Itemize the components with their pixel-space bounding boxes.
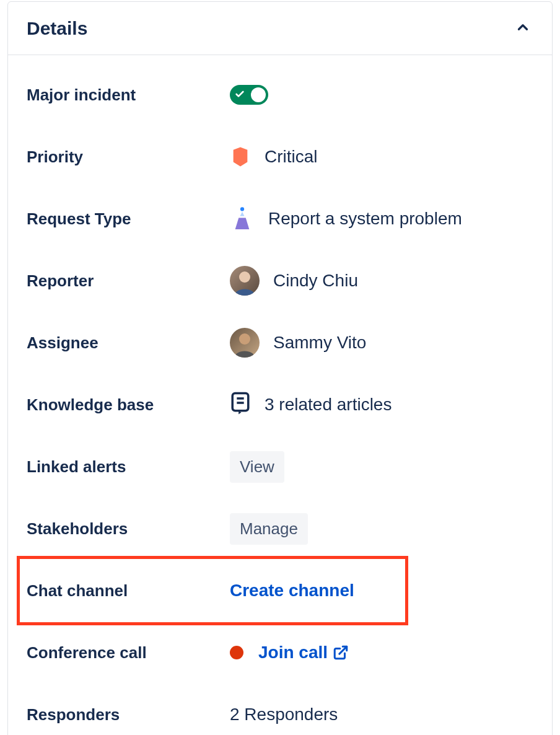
field-stakeholders: Stakeholders Manage (27, 498, 533, 560)
responders-value[interactable]: 2 Responders (230, 705, 338, 724)
field-label: Responders (27, 705, 230, 724)
field-label: Request Type (27, 209, 230, 229)
field-knowledge-base: Knowledge base 3 related articles (27, 374, 533, 436)
view-alerts-button[interactable]: View (230, 451, 284, 483)
details-header[interactable]: Details (8, 2, 552, 55)
avatar (230, 266, 260, 296)
details-panel: Details Major incident Priority Critical (7, 1, 553, 735)
article-icon (230, 391, 251, 419)
join-call-link[interactable]: Join call (258, 643, 349, 662)
svg-marker-1 (240, 212, 244, 216)
priority-critical-icon (230, 146, 251, 167)
svg-line-8 (339, 646, 347, 654)
field-label: Chat channel (27, 581, 230, 601)
assignee-value[interactable]: Sammy Vito (230, 328, 366, 358)
priority-value[interactable]: Critical (230, 146, 318, 167)
toggle-knob (251, 87, 266, 102)
manage-stakeholders-button[interactable]: Manage (230, 513, 308, 545)
external-link-icon (333, 645, 349, 661)
field-priority: Priority Critical (27, 126, 533, 188)
field-label: Linked alerts (27, 457, 230, 477)
field-major-incident: Major incident (27, 64, 533, 126)
svg-point-0 (240, 207, 244, 211)
field-label: Conference call (27, 643, 230, 662)
field-conference-call: Conference call Join call (27, 622, 533, 684)
knowledge-base-text: 3 related articles (265, 395, 392, 415)
check-icon (235, 89, 245, 101)
assignee-name: Sammy Vito (273, 333, 366, 353)
major-incident-toggle[interactable] (230, 85, 268, 105)
field-reporter: Reporter Cindy Chiu (27, 250, 533, 312)
priority-text: Critical (265, 147, 318, 167)
collapse-button[interactable] (512, 17, 533, 40)
field-label: Reporter (27, 271, 230, 291)
request-type-value[interactable]: Report a system problem (230, 206, 462, 231)
details-title: Details (27, 18, 87, 39)
field-request-type: Request Type Report a system problem (27, 188, 533, 250)
create-channel-link[interactable]: Create channel (230, 581, 354, 600)
field-responders: Responders 2 Responders (27, 684, 533, 735)
chevron-up-icon (515, 19, 531, 35)
field-label: Priority (27, 147, 230, 167)
field-label: Major incident (27, 86, 230, 105)
flask-icon (230, 206, 255, 231)
svg-point-4 (239, 333, 250, 345)
live-indicator-icon (230, 646, 243, 659)
field-label: Assignee (27, 333, 230, 353)
reporter-value[interactable]: Cindy Chiu (230, 266, 358, 296)
svg-point-3 (239, 271, 250, 283)
details-fields: Major incident Priority Critical Request… (8, 55, 552, 735)
reporter-name: Cindy Chiu (273, 271, 358, 291)
avatar (230, 328, 260, 358)
responders-text: 2 Responders (230, 705, 338, 724)
field-chat-channel: Chat channel Create channel (27, 560, 533, 622)
field-label: Knowledge base (27, 395, 230, 415)
knowledge-base-value[interactable]: 3 related articles (230, 391, 392, 419)
join-call-text: Join call (258, 643, 328, 662)
request-type-text: Report a system problem (268, 209, 462, 229)
field-linked-alerts: Linked alerts View (27, 436, 533, 498)
field-assignee: Assignee Sammy Vito (27, 312, 533, 374)
svg-marker-2 (235, 218, 250, 229)
field-label: Stakeholders (27, 519, 230, 539)
